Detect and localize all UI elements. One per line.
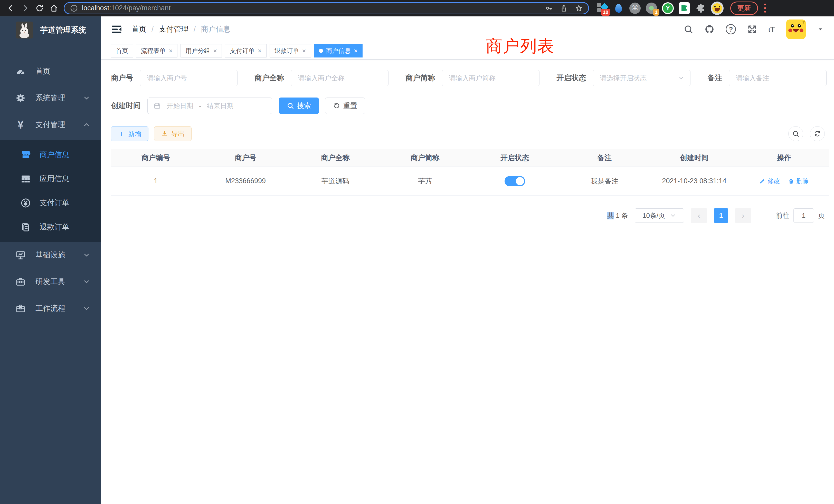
app-logo[interactable]: 芋道管理系统 — [0, 17, 101, 44]
sidebar-submenu-pay: 商户信息 应用信息 支付订单 — [0, 140, 101, 242]
sidebar-item-merchant-info[interactable]: 商户信息 — [0, 143, 101, 167]
chrome-update-button[interactable]: 更新 — [730, 2, 758, 15]
extension-balloon-icon[interactable] — [612, 2, 625, 15]
tab-pay-order[interactable]: 支付订单× — [225, 44, 266, 58]
avatar-caret-icon[interactable] — [817, 26, 824, 32]
cell-merchant-no: M233666999 — [201, 177, 291, 185]
bookmark-star-icon[interactable] — [575, 4, 583, 12]
sidebar-item-system[interactable]: 系统管理 — [0, 85, 101, 111]
toolbox-icon — [14, 276, 27, 287]
edit-button[interactable]: 修改 — [759, 177, 780, 185]
site-info-icon[interactable] — [70, 4, 78, 12]
merchant-shortname-input[interactable] — [442, 70, 540, 86]
col-header: 操作 — [739, 153, 829, 163]
sidebar-item-pay[interactable]: ¥ 支付管理 — [0, 111, 101, 138]
annotation-merchant-list: 商户列表 — [486, 35, 555, 57]
browser-forward-button[interactable] — [18, 1, 32, 16]
browser-reload-button[interactable] — [32, 1, 47, 16]
tab-close-icon[interactable]: × — [169, 47, 173, 54]
tab-close-icon[interactable]: × — [258, 47, 261, 54]
browser-home-button[interactable] — [47, 1, 61, 16]
sidebar-collapse-button[interactable] — [111, 24, 122, 35]
filter-label: 备注 — [707, 73, 722, 83]
tab-close-icon[interactable]: × — [213, 47, 217, 54]
extension-y-icon[interactable]: Y — [661, 2, 674, 15]
page-size-select[interactable]: 10条/页 — [635, 208, 684, 223]
extensions-menu-button[interactable] — [694, 2, 707, 15]
help-icon[interactable]: ? — [726, 24, 736, 35]
chevron-down-icon — [83, 251, 90, 259]
sidebar-item-workflow[interactable]: 工作流程 — [0, 295, 101, 322]
password-key-icon[interactable] — [545, 4, 553, 12]
reset-button[interactable]: 重置 — [325, 97, 365, 114]
tab-process-form[interactable]: 流程表单× — [136, 44, 177, 58]
font-size-icon[interactable]: tT — [768, 25, 775, 33]
next-page-button[interactable]: › — [735, 208, 751, 223]
cell-id: 1 — [111, 177, 201, 185]
sidebar-item-app-info[interactable]: 应用信息 — [0, 167, 101, 191]
chrome-menu-button[interactable] — [763, 2, 768, 14]
calendar-icon — [153, 102, 161, 110]
tab-refund-order[interactable]: 退款订单× — [270, 44, 311, 58]
plus-icon: ＋ — [118, 130, 125, 137]
date-separator: - — [199, 102, 201, 110]
add-button[interactable]: ＋ 新增 — [111, 126, 148, 141]
tab-label: 首页 — [116, 47, 128, 55]
balloon-icon — [615, 4, 622, 13]
sidebar-item-refund-order[interactable]: 退款订单 — [0, 215, 101, 239]
briefcase-icon — [14, 303, 27, 314]
status-toggle[interactable] — [505, 176, 525, 186]
breadcrumb: 首页 / 支付管理 / 商户信息 — [131, 24, 231, 35]
app-title: 芋道管理系统 — [40, 25, 86, 36]
breadcrumb-pay[interactable]: 支付管理 — [159, 24, 189, 35]
add-label: 新增 — [128, 129, 141, 138]
select-placeholder: 请选择开启状态 — [600, 74, 646, 83]
browser-profile-avatar[interactable] — [711, 2, 724, 15]
breadcrumb-home[interactable]: 首页 — [131, 24, 146, 35]
col-header: 开启状态 — [470, 153, 560, 163]
sidebar-item-home[interactable]: 首页 — [0, 58, 101, 85]
sidebar-item-pay-order[interactable]: 支付订单 — [0, 191, 101, 215]
create-time-range-picker[interactable]: 开始日期 - 结束日期 — [147, 97, 272, 114]
sidebar-item-devtools[interactable]: 研发工具 — [0, 269, 101, 295]
page-1-button[interactable]: 1 — [714, 208, 728, 223]
goto-page-input[interactable] — [793, 208, 814, 223]
grid-icon — [20, 174, 32, 184]
address-bar[interactable]: localhost:1024/pay/merchant — [64, 2, 589, 14]
status-select[interactable]: 请选择开启状态 — [593, 70, 690, 86]
toggle-search-button[interactable] — [788, 126, 803, 141]
merchant-no-input[interactable] — [140, 70, 238, 86]
github-icon[interactable] — [705, 24, 714, 34]
prev-page-button[interactable]: ‹ — [691, 208, 707, 223]
tab-close-icon[interactable]: × — [302, 47, 306, 54]
tab-label: 支付订单 — [230, 47, 255, 55]
tab-home[interactable]: 首页 — [111, 44, 133, 58]
sidebar-item-label: 应用信息 — [40, 174, 69, 184]
refresh-table-button[interactable] — [810, 126, 825, 141]
extension-command-icon[interactable]: ⌘ — [629, 2, 641, 15]
tab-close-icon[interactable]: × — [354, 47, 358, 54]
extension-grid-diamond-icon[interactable]: 10 — [596, 2, 609, 15]
delete-button[interactable]: 删除 — [788, 177, 809, 185]
header-search-icon[interactable] — [683, 24, 693, 34]
tab-label: 退款订单 — [275, 47, 299, 55]
col-header: 商户简称 — [380, 153, 470, 163]
extension-recorder-icon[interactable]: 1 — [645, 2, 658, 15]
browser-back-button[interactable] — [4, 1, 18, 16]
export-button[interactable]: 导出 — [154, 126, 192, 141]
remark-input[interactable] — [729, 70, 827, 86]
tab-merchant-info[interactable]: 商户信息× — [314, 44, 363, 58]
filter-label: 创建时间 — [111, 100, 141, 111]
extension-doc-icon[interactable] — [678, 2, 691, 15]
chevron-down-icon — [83, 94, 90, 102]
table-row: 1 M233666999 芋道源码 芋艿 我是备注 2021-10-23 08:… — [111, 167, 829, 196]
update-label: 更新 — [737, 4, 751, 13]
merchant-fullname-input[interactable] — [291, 70, 389, 86]
share-icon[interactable] — [560, 4, 568, 12]
sidebar-item-infra[interactable]: 基础设施 — [0, 242, 101, 269]
search-button[interactable]: 搜索 — [279, 97, 319, 114]
doc-flag-icon — [679, 2, 690, 14]
tab-user-group[interactable]: 用户分组× — [180, 44, 222, 58]
fullscreen-icon[interactable] — [747, 24, 757, 34]
user-avatar[interactable] — [786, 20, 806, 39]
